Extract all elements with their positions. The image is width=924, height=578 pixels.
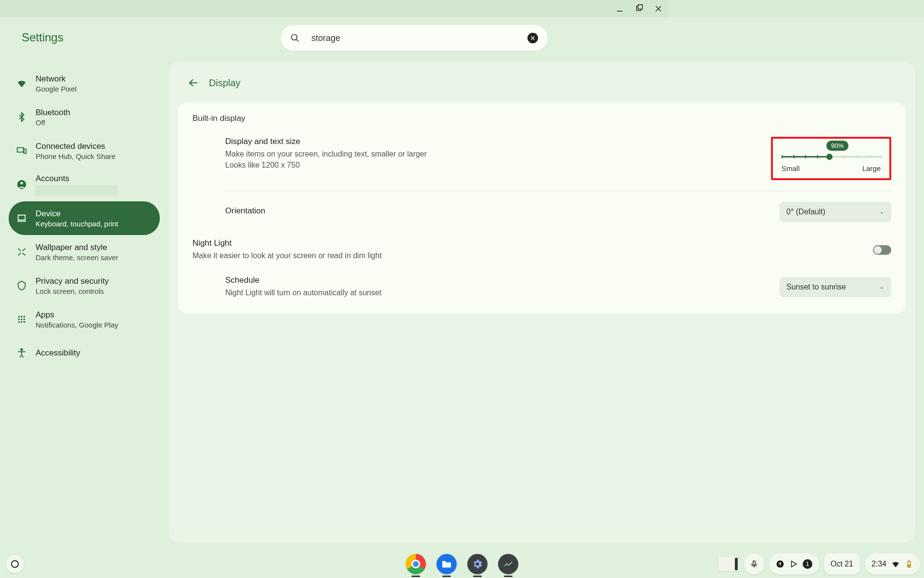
main-header: Display bbox=[168, 73, 668, 92]
sidebar-item-sublabel: Lock screen, controls bbox=[36, 287, 109, 295]
sidebar-item-accounts[interactable]: Accounts bbox=[9, 168, 160, 201]
night-light-title: Night Light bbox=[192, 238, 668, 248]
header-row: Settings bbox=[0, 17, 668, 62]
sidebar-item-connected-devices[interactable]: Connected devicesPhone Hub, Quick Share bbox=[9, 134, 160, 168]
account-icon bbox=[16, 179, 27, 190]
schedule-title: Schedule bbox=[225, 276, 668, 285]
app-title: Settings bbox=[22, 31, 64, 44]
sidebar-item-wallpaper[interactable]: Wallpaper and styleDark theme, screen sa… bbox=[9, 235, 160, 269]
search-icon bbox=[290, 33, 300, 43]
back-button[interactable] bbox=[188, 77, 199, 89]
sidebar-item-device[interactable]: DeviceKeyboard, touchpad, print bbox=[9, 201, 160, 235]
search-box[interactable] bbox=[281, 25, 548, 51]
sidebar-item-privacy[interactable]: Privacy and securityLock screen, control… bbox=[9, 269, 160, 302]
sidebar-item-label: Apps bbox=[36, 310, 118, 320]
page-title: Display bbox=[209, 78, 241, 89]
sidebar-item-label: Network bbox=[36, 74, 77, 84]
sidebar-item-label: Accounts bbox=[36, 174, 117, 184]
sidebar-item-sublabel: Keyboard, touchpad, print bbox=[36, 220, 118, 228]
main-panel: Display Built-in display Display and tex… bbox=[168, 62, 668, 418]
sidebar-item-sublabel: Dark theme, screen saver bbox=[36, 253, 118, 262]
sidebar-item-label: Bluetooth bbox=[36, 108, 70, 118]
sidebar-item-sublabel: Off bbox=[36, 118, 70, 127]
row-display-size: Display and text size Make items on your… bbox=[192, 135, 668, 182]
svg-point-12 bbox=[20, 182, 23, 185]
svg-rect-10 bbox=[24, 149, 26, 153]
display-size-desc1: Make items on your screen, including tex… bbox=[225, 148, 668, 159]
account-redacted bbox=[36, 185, 117, 196]
svg-rect-13 bbox=[18, 215, 26, 220]
search-input[interactable] bbox=[311, 33, 527, 43]
divider bbox=[225, 191, 668, 191]
settings-app: Settings NetworkGoogle Pixel BluetoothOf… bbox=[0, 17, 668, 418]
svg-point-18 bbox=[18, 318, 20, 320]
sidebar-item-accessibility[interactable]: Accessibility bbox=[9, 336, 160, 370]
sidebar-item-sublabel: Google Pixel bbox=[36, 85, 77, 93]
wifi-icon bbox=[16, 78, 27, 89]
sidebar-item-sublabel: Phone Hub, Quick Share bbox=[36, 152, 116, 160]
svg-point-23 bbox=[24, 321, 26, 323]
schedule-desc: Night Light will turn on automatically a… bbox=[225, 287, 668, 298]
devices-icon bbox=[16, 145, 27, 156]
sidebar: NetworkGoogle Pixel BluetoothOff Connect… bbox=[0, 62, 168, 418]
sidebar-item-sublabel: Notifications, Google Play bbox=[36, 321, 118, 329]
svg-point-17 bbox=[24, 316, 26, 318]
window-titlebar bbox=[0, 0, 668, 17]
svg-point-16 bbox=[21, 316, 23, 318]
display-size-title: Display and text size bbox=[225, 137, 668, 146]
sidebar-item-label: Accessibility bbox=[36, 348, 80, 358]
minimize-icon[interactable] bbox=[616, 4, 624, 13]
svg-point-21 bbox=[18, 321, 20, 323]
svg-point-24 bbox=[21, 349, 23, 351]
svg-point-15 bbox=[18, 316, 20, 318]
accessibility-icon bbox=[16, 348, 27, 358]
night-light-desc: Make it easier to look at your screen or… bbox=[192, 250, 668, 261]
clear-search-button[interactable] bbox=[527, 33, 538, 43]
svg-rect-2 bbox=[638, 5, 642, 9]
svg-point-20 bbox=[24, 318, 26, 320]
shield-icon bbox=[16, 280, 27, 291]
row-schedule: Schedule Night Light will turn on automa… bbox=[192, 274, 668, 300]
sidebar-item-network[interactable]: NetworkGoogle Pixel bbox=[9, 66, 160, 100]
close-icon[interactable] bbox=[654, 4, 663, 13]
wallpaper-icon bbox=[16, 247, 27, 257]
svg-point-22 bbox=[21, 321, 23, 323]
display-card: Built-in display Display and text size M… bbox=[178, 102, 668, 314]
maximize-icon[interactable] bbox=[635, 4, 643, 13]
display-size-desc2: Looks like 1200 x 750 bbox=[225, 159, 668, 171]
sidebar-item-bluetooth[interactable]: BluetoothOff bbox=[9, 100, 160, 134]
laptop-icon bbox=[16, 213, 27, 223]
sidebar-item-label: Wallpaper and style bbox=[36, 243, 118, 252]
orientation-title: Orientation bbox=[225, 206, 668, 216]
bluetooth-icon bbox=[16, 112, 27, 122]
svg-point-19 bbox=[21, 318, 23, 320]
sidebar-item-label: Device bbox=[36, 209, 118, 219]
svg-point-5 bbox=[292, 35, 297, 40]
svg-rect-9 bbox=[17, 148, 24, 152]
sidebar-item-apps[interactable]: AppsNotifications, Google Play bbox=[9, 302, 160, 336]
apps-icon bbox=[16, 314, 27, 325]
svg-line-6 bbox=[296, 39, 299, 42]
row-night-light: Night Light Make it easier to look at yo… bbox=[192, 236, 668, 263]
sidebar-item-label: Privacy and security bbox=[36, 276, 109, 286]
sidebar-item-label: Connected devices bbox=[36, 142, 116, 151]
section-built-in: Built-in display bbox=[192, 114, 668, 123]
row-orientation: Orientation 0° (Default) bbox=[192, 200, 668, 224]
